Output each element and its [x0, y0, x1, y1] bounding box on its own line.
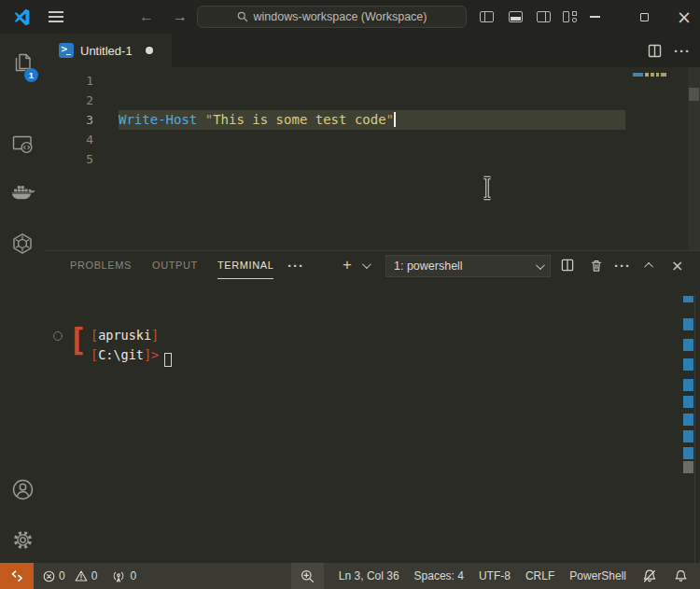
docker-whale-icon: [9, 180, 35, 206]
warning-count: 0: [91, 569, 98, 582]
sidebar-item-remote-explorer[interactable]: [0, 122, 45, 165]
bell-slash-icon: [642, 568, 657, 583]
token-string-body: This is some test code: [213, 112, 385, 127]
panel-scrollbar-track[interactable]: [694, 293, 695, 564]
tab-label: Untitled-1: [80, 44, 133, 58]
notifications-button[interactable]: [665, 563, 696, 589]
panel-bar: PROBLEMS OUTPUT TERMINAL ··· + 1: powers…: [45, 251, 700, 281]
editor-tab-strip: Untitled-1 ···: [45, 34, 700, 67]
tab-terminal[interactable]: TERMINAL: [217, 251, 273, 279]
text-caret: [394, 112, 396, 127]
toggle-secondary-sidebar-icon[interactable]: [530, 0, 556, 34]
minimap[interactable]: [633, 73, 666, 77]
problems-status-button[interactable]: 0 0: [43, 569, 97, 582]
line-number: 4: [45, 130, 93, 149]
remote-indicator-button[interactable]: [0, 563, 34, 589]
zoom-status-button[interactable]: [291, 563, 324, 589]
title-bar: ← → windows-workspace (Workspace) ×: [0, 0, 700, 34]
bell-icon: [674, 568, 688, 583]
sidebar-item-accounts[interactable]: [0, 468, 45, 511]
warning-triangle-icon: [75, 570, 88, 582]
split-editor-icon[interactable]: [648, 44, 662, 58]
customize-layout-icon[interactable]: [557, 0, 583, 34]
line-number-active: 3: [45, 110, 93, 130]
gear-icon: [10, 527, 35, 553]
do-not-disturb-button[interactable]: [634, 563, 665, 589]
explorer-badge: 1: [24, 68, 38, 82]
terminal-cursor: [164, 353, 172, 367]
vscode-logo-icon: [7, 0, 35, 34]
activity-bar: 1: [0, 34, 45, 563]
close-button[interactable]: ×: [670, 0, 698, 34]
error-count: 0: [59, 569, 65, 582]
command-center-search[interactable]: windows-workspace (Workspace): [197, 6, 467, 28]
tab-output[interactable]: OUTPUT: [152, 251, 198, 279]
language-mode-button[interactable]: PowerShell: [562, 563, 634, 589]
workspace-title: windows-workspace (Workspace): [254, 10, 427, 23]
maximize-panel-icon[interactable]: [647, 251, 653, 279]
eol-button[interactable]: CRLF: [518, 563, 562, 589]
navigate-forward-button[interactable]: →: [168, 0, 192, 34]
tab-problems[interactable]: PROBLEMS: [70, 251, 132, 279]
minimize-button[interactable]: [581, 0, 609, 34]
navigate-back-button[interactable]: ←: [134, 0, 159, 34]
panel-more-tabs-icon[interactable]: ···: [287, 251, 304, 279]
sidebar-item-manage[interactable]: [0, 518, 45, 561]
sidebar-item-explorer[interactable]: 1: [0, 41, 45, 84]
vscode-window: ← → windows-workspace (Workspace) × 1: [0, 0, 700, 589]
ports-status-button[interactable]: 0: [111, 569, 136, 582]
kubernetes-helm-icon: [9, 231, 35, 257]
cursor-position-button[interactable]: Ln 3, Col 36: [331, 563, 407, 589]
sidebar-item-kubernetes[interactable]: [0, 222, 45, 265]
editor-scrollbar-slider[interactable]: [689, 88, 699, 101]
remote-icon: [10, 570, 24, 582]
prompt-big-bracket: [: [68, 322, 87, 358]
new-terminal-dropdown-icon[interactable]: [362, 251, 369, 279]
mouse-cursor-ibeam: [482, 175, 493, 201]
terminal-instance-label: 1: powershell: [394, 259, 463, 273]
chevron-down-icon: [536, 260, 545, 270]
bottom-panel: PROBLEMS OUTPUT TERMINAL ··· + 1: powers…: [45, 250, 700, 563]
sidebar-item-docker[interactable]: [0, 172, 45, 215]
editor-content[interactable]: 1 2 3 4 5 Write-Host "This is some test …: [45, 67, 700, 250]
ports-count: 0: [130, 569, 136, 582]
broadcast-tower-icon: [111, 569, 126, 582]
terminal-body[interactable]: [ [apruski] [C:\git]>: [45, 281, 700, 564]
toggle-panel-icon[interactable]: [502, 0, 528, 34]
kill-terminal-trash-icon[interactable]: [590, 251, 603, 279]
indentation-button[interactable]: Spaces: 4: [407, 563, 471, 589]
token-cmdlet: Write-Host: [119, 112, 197, 127]
editor-more-actions-icon[interactable]: ···: [674, 43, 691, 59]
zoom-magnifier-plus-icon: [301, 569, 315, 583]
tab-untitled-1[interactable]: Untitled-1: [45, 34, 172, 67]
modified-dot-icon[interactable]: [146, 47, 153, 54]
close-panel-icon[interactable]: ×: [671, 251, 683, 279]
code-line-3: Write-Host "This is some test code": [119, 110, 396, 130]
menu-hamburger-icon[interactable]: [43, 0, 69, 34]
toggle-primary-sidebar-icon[interactable]: [473, 0, 499, 34]
line-number: 1: [45, 71, 93, 91]
powershell-file-icon: [59, 43, 74, 58]
encoding-button[interactable]: UTF-8: [471, 563, 518, 589]
terminal-line-user: [apruski]: [91, 326, 159, 345]
person-circle-icon: [10, 477, 35, 502]
token-open-quote: ": [205, 112, 213, 127]
token-close-quote: ": [386, 112, 394, 127]
status-bar: 0 0 0 Ln 3, Col 36 Spaces:: [0, 563, 700, 589]
restore-button[interactable]: [630, 0, 658, 34]
terminal-instance-select[interactable]: 1: powershell: [385, 255, 551, 277]
new-terminal-button[interactable]: +: [343, 251, 352, 279]
line-number: 2: [45, 91, 93, 110]
panel-more-actions-icon[interactable]: ···: [614, 251, 631, 279]
split-terminal-icon[interactable]: [561, 251, 574, 279]
line-number: 5: [45, 149, 93, 169]
command-decoration-icon[interactable]: [53, 331, 63, 341]
search-icon: [237, 11, 248, 22]
terminal-line-prompt: [C:\git]>: [91, 345, 159, 365]
error-circle-icon: [43, 570, 55, 582]
monitor-connect-icon: [9, 131, 35, 157]
